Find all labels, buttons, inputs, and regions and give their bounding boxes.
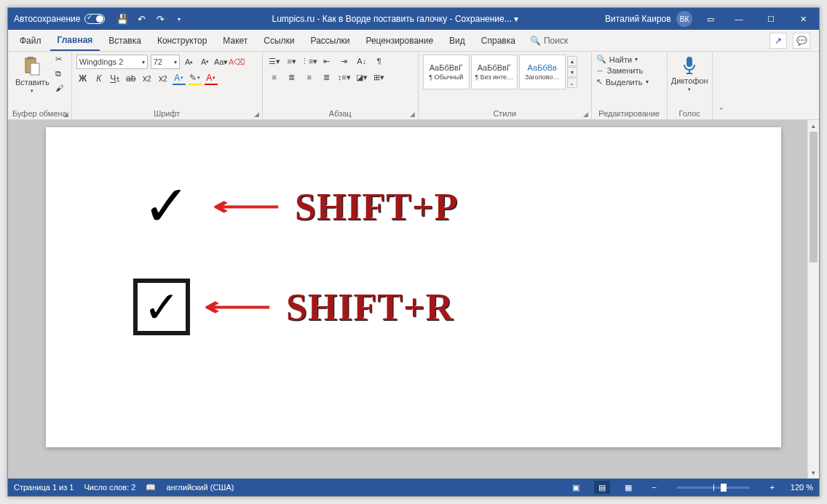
font-size-select[interactable]: 72▾ [151, 55, 180, 69]
paste-button[interactable]: Вставить ▾ [12, 55, 52, 95]
styles-more-icon[interactable]: ⌄ [567, 78, 577, 88]
word-count[interactable]: Число слов: 2 [84, 483, 135, 492]
align-left-icon[interactable]: ≡ [267, 71, 282, 84]
text-effects-icon[interactable]: A [173, 72, 186, 85]
vertical-scrollbar[interactable]: ▴ ▾ [807, 120, 819, 479]
tab-home[interactable]: Главная [50, 31, 100, 51]
zoom-in-icon[interactable]: + [764, 481, 780, 494]
align-right-icon[interactable]: ≡ [302, 71, 317, 84]
copy-icon[interactable]: ⧉ [55, 69, 67, 81]
replace-button[interactable]: ↔Заменить [596, 66, 662, 75]
line-spacing-icon[interactable]: ↕≡▾ [337, 71, 352, 84]
cut-icon[interactable]: ✂ [55, 55, 67, 66]
bold-button[interactable]: Ж [76, 72, 90, 85]
shrink-font-icon[interactable]: A▾ [199, 55, 212, 68]
tab-view[interactable]: Вид [442, 31, 472, 50]
print-layout-icon[interactable]: ▤ [594, 481, 610, 494]
font-color-icon[interactable]: A [205, 72, 218, 85]
group-editing: 🔍Найти▾ ↔Заменить ↖Выделить▾ Редактирова… [592, 52, 668, 119]
hotkey-label-1: SHIFT+P [295, 185, 458, 228]
italic-button[interactable]: К [92, 72, 106, 85]
tab-help[interactable]: Справка [474, 31, 523, 50]
language-indicator[interactable]: английский (США) [166, 483, 234, 492]
tab-references[interactable]: Ссылки [256, 31, 301, 50]
comments-button[interactable]: 💬 [793, 33, 810, 49]
ribbon-options-icon[interactable]: ▭ [698, 8, 723, 30]
highlight-icon[interactable]: ✎ [189, 72, 202, 85]
group-voice: Диктофон ▾ Голос [668, 52, 713, 119]
svg-rect-3 [686, 57, 692, 67]
tab-layout[interactable]: Макет [215, 31, 255, 50]
grow-font-icon[interactable]: A▴ [183, 55, 196, 68]
checkmark-glyph: ✓ [133, 178, 199, 235]
clipboard-launcher[interactable]: ◢ [63, 111, 68, 118]
superscript-button[interactable]: x2 [157, 72, 170, 85]
page[interactable]: ✓ ⟵ SHIFT+P ✓ ⟵ SHIFT+R [46, 127, 781, 447]
collapse-ribbon-icon[interactable]: ˄ [713, 52, 730, 119]
redo-icon[interactable]: ↷ [154, 13, 166, 25]
focus-view-icon[interactable]: ▣ [568, 481, 584, 494]
search-icon: 🔍 [530, 36, 541, 46]
minimize-icon[interactable]: — [723, 8, 755, 30]
scroll-down-icon[interactable]: ▾ [808, 467, 819, 479]
numbering-icon[interactable]: ≡▾ [285, 55, 299, 68]
multilevel-icon[interactable]: ⋮≡▾ [302, 55, 317, 68]
save-icon[interactable]: 💾 [116, 13, 128, 25]
align-center-icon[interactable]: ≣ [285, 71, 299, 84]
scroll-up-icon[interactable]: ▴ [808, 120, 819, 132]
justify-icon[interactable]: ≣ [320, 71, 334, 84]
styles-launcher[interactable]: ◢ [583, 111, 588, 118]
cursor-icon: ↖ [596, 77, 603, 87]
paragraph-launcher[interactable]: ◢ [410, 111, 415, 118]
tab-design[interactable]: Конструктор [150, 31, 214, 50]
format-painter-icon[interactable]: 🖌 [55, 84, 67, 95]
clear-format-icon[interactable]: A⌫ [231, 55, 244, 68]
tab-file[interactable]: Файл [12, 31, 49, 50]
pilcrow-icon[interactable]: ¶ [372, 55, 387, 68]
styles-down-icon[interactable]: ▾ [567, 67, 577, 77]
select-button[interactable]: ↖Выделить▾ [596, 77, 662, 87]
styles-scroll[interactable]: ▴ ▾ ⌄ [567, 56, 577, 88]
undo-icon[interactable]: ↶ [135, 13, 147, 25]
change-case-icon[interactable]: Aa▾ [215, 55, 228, 68]
share-button[interactable]: ↗ [769, 33, 787, 49]
tab-mailings[interactable]: Рассылки [304, 31, 357, 50]
search-box[interactable]: 🔍 Поиск [530, 36, 568, 46]
page-indicator[interactable]: Страница 1 из 1 [14, 483, 74, 492]
style-heading1[interactable]: АаБбВв Заголово… [519, 55, 566, 89]
indent-increase-icon[interactable]: ⇥ [337, 55, 352, 68]
zoom-slider[interactable] [677, 487, 750, 489]
borders-icon[interactable]: ⊞▾ [372, 71, 387, 84]
user-name[interactable]: Виталий Каиров ВК [599, 11, 698, 27]
font-launcher[interactable]: ◢ [254, 111, 259, 118]
qat-dropdown-icon[interactable]: ▾ [173, 13, 185, 25]
autosave-toggle[interactable] [84, 14, 105, 24]
spellcheck-icon[interactable]: 📖 [146, 483, 156, 492]
bullets-icon[interactable]: ☰▾ [267, 55, 282, 68]
group-clipboard: Вставить ▾ ✂ ⧉ 🖌 Буфер обмена◢ [8, 52, 72, 119]
web-layout-icon[interactable]: ▦ [620, 481, 636, 494]
style-normal[interactable]: АаБбВвГ ¶ Обычный [423, 55, 470, 89]
zoom-out-icon[interactable]: − [646, 481, 662, 494]
tab-review[interactable]: Рецензирование [358, 31, 440, 50]
user-avatar: ВК [676, 11, 692, 27]
shading-icon[interactable]: ◪▾ [355, 71, 369, 84]
styles-up-icon[interactable]: ▴ [567, 56, 577, 66]
style-nospacing[interactable]: АаБбВвГ ¶ Без инте… [471, 55, 518, 89]
autosave-label: Автосохранение [14, 14, 80, 24]
font-name-select[interactable]: Wingdings 2▾ [76, 55, 148, 69]
tab-insert[interactable]: Вставка [101, 31, 149, 50]
close-icon[interactable]: ✕ [787, 8, 819, 30]
zoom-level[interactable]: 120 % [791, 483, 813, 492]
dictate-button[interactable]: Диктофон ▾ [672, 55, 708, 94]
sort-icon[interactable]: A↓ [355, 55, 369, 68]
find-button[interactable]: 🔍Найти▾ [596, 55, 662, 64]
quick-access-toolbar: 💾 ↶ ↷ ▾ [111, 13, 191, 25]
doc-row-1: ✓ ⟵ SHIFT+P [133, 178, 694, 235]
underline-button[interactable]: Ч [108, 72, 122, 85]
maximize-icon[interactable]: ☐ [755, 8, 787, 30]
scroll-thumb[interactable] [810, 132, 818, 263]
indent-decrease-icon[interactable]: ⇤ [320, 55, 334, 68]
strike-button[interactable]: ab [124, 72, 138, 85]
subscript-button[interactable]: x2 [141, 72, 154, 85]
